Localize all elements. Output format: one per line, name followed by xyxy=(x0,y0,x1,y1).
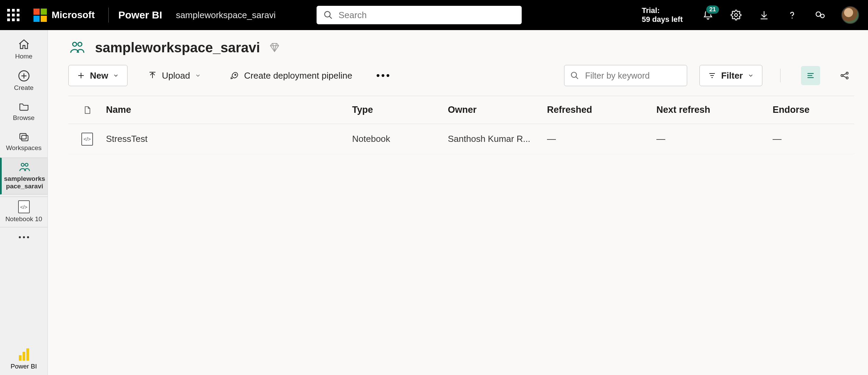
table-row[interactable]: </> StressTest Notebook Santhosh Kumar R… xyxy=(68,124,854,154)
nav-browse[interactable]: Browse xyxy=(0,98,48,126)
create-pipeline-button[interactable]: Create deployment pipeline xyxy=(222,65,361,86)
settings-button[interactable] xyxy=(729,8,743,22)
search-icon xyxy=(323,10,333,20)
workspaces-icon xyxy=(0,131,48,142)
feedback-button[interactable] xyxy=(813,8,827,22)
workspace-title: sampleworkspace_saravi xyxy=(95,40,260,55)
svg-point-16 xyxy=(27,236,29,238)
ellipsis-icon: ••• xyxy=(376,70,391,81)
nav-more[interactable] xyxy=(0,229,48,247)
nav-home[interactable]: Home xyxy=(0,35,48,64)
filter-keyword[interactable] xyxy=(564,65,687,86)
upload-icon xyxy=(148,71,157,80)
svg-rect-11 xyxy=(22,135,28,141)
workspace-toolbar: New Upload Create deployment pipeline ••… xyxy=(48,62,868,89)
col-endorse[interactable]: Endorse xyxy=(773,105,848,115)
new-button-label: New xyxy=(90,70,108,81)
top-utility-icons: 21 xyxy=(691,6,859,24)
svg-line-34 xyxy=(843,73,846,75)
svg-point-0 xyxy=(325,12,330,17)
svg-point-23 xyxy=(572,72,577,77)
filter-button[interactable]: Filter xyxy=(699,65,762,86)
svg-point-2 xyxy=(735,14,738,17)
app-name[interactable]: Power BI xyxy=(118,9,172,21)
help-button[interactable] xyxy=(785,8,799,22)
account-avatar[interactable] xyxy=(841,6,859,24)
top-bar: Microsoft Power BI sampleworkspace_sarav… xyxy=(0,0,868,30)
svg-point-4 xyxy=(816,12,820,16)
svg-line-35 xyxy=(843,76,846,78)
svg-rect-10 xyxy=(20,133,26,139)
svg-point-22 xyxy=(235,74,236,76)
svg-line-1 xyxy=(330,16,332,18)
col-type[interactable]: Type xyxy=(352,105,448,115)
toolbar-more-button[interactable]: ••• xyxy=(373,70,395,81)
filter-button-label: Filter xyxy=(721,70,743,81)
ellipsis-icon xyxy=(0,236,48,239)
waffle-icon xyxy=(7,9,19,21)
row-type-icon: </> xyxy=(68,133,106,146)
app-launcher-button[interactable] xyxy=(0,0,27,30)
chevron-down-icon xyxy=(195,72,201,79)
table-header-row: Name Type Owner Refreshed Next refresh E… xyxy=(68,96,854,124)
download-button[interactable] xyxy=(757,8,771,22)
list-view-button[interactable] xyxy=(801,66,820,85)
trial-status[interactable]: Trial: 59 days left xyxy=(642,6,687,24)
left-nav: Home Create Browse Workspaces samplework… xyxy=(0,30,48,375)
svg-point-12 xyxy=(21,163,24,166)
lineage-view-button[interactable] xyxy=(835,66,854,85)
trial-remaining: 59 days left xyxy=(642,15,683,24)
main-content: sampleworkspace_saravi New Upload Create… xyxy=(48,30,868,375)
microsoft-text: Microsoft xyxy=(52,10,95,21)
svg-point-17 xyxy=(73,42,77,46)
premium-diamond-icon[interactable] xyxy=(269,42,280,53)
search-icon xyxy=(570,71,579,80)
row-next-refresh: — xyxy=(656,134,773,144)
svg-point-15 xyxy=(23,236,25,238)
lineage-icon xyxy=(840,71,850,80)
nav-notebook-pinned[interactable]: </> Notebook 10 xyxy=(0,197,48,227)
notifications-button[interactable]: 21 xyxy=(701,8,715,22)
upload-button[interactable]: Upload xyxy=(140,65,209,86)
row-owner: Santhosh Kumar R... xyxy=(448,134,537,144)
svg-point-3 xyxy=(792,17,793,18)
home-icon xyxy=(0,38,48,51)
col-refreshed[interactable]: Refreshed xyxy=(547,105,656,115)
separator xyxy=(108,8,109,23)
nav-powerbi-home[interactable]: Power BI xyxy=(0,344,48,375)
chevron-down-icon xyxy=(113,72,119,79)
row-type: Notebook xyxy=(352,134,448,144)
notebook-icon: </> xyxy=(81,133,93,146)
filter-icon xyxy=(708,71,716,80)
svg-line-6 xyxy=(820,15,821,15)
new-button[interactable]: New xyxy=(68,65,128,86)
nav-create[interactable]: Create xyxy=(0,66,48,96)
notification-badge: 21 xyxy=(706,5,720,14)
powerbi-logo-icon xyxy=(19,348,29,361)
file-icon xyxy=(83,105,91,115)
rocket-icon xyxy=(230,71,239,80)
create-pipeline-label: Create deployment pipeline xyxy=(244,70,352,81)
content-table: Name Type Owner Refreshed Next refresh E… xyxy=(68,96,854,154)
col-name[interactable]: Name xyxy=(106,105,352,115)
svg-point-5 xyxy=(820,14,824,18)
col-type-icon[interactable] xyxy=(68,105,106,115)
chevron-down-icon xyxy=(748,72,754,79)
workspace-header: sampleworkspace_saravi xyxy=(48,30,868,62)
notebook-icon: </> xyxy=(0,200,48,213)
microsoft-logo-icon xyxy=(34,9,47,22)
col-owner[interactable]: Owner xyxy=(448,105,547,115)
plus-circle-icon xyxy=(0,70,48,82)
filter-keyword-input[interactable] xyxy=(564,65,687,86)
svg-line-24 xyxy=(576,77,578,79)
global-search[interactable] xyxy=(317,6,522,24)
col-next-refresh[interactable]: Next refresh xyxy=(656,105,773,115)
nav-current-workspace[interactable]: sampleworkspace_saravi xyxy=(0,158,48,195)
svg-point-14 xyxy=(19,236,21,238)
breadcrumb[interactable]: sampleworkspace_saravi xyxy=(175,10,276,21)
workspace-people-icon xyxy=(68,40,86,55)
nav-workspaces[interactable]: Workspaces xyxy=(0,128,48,156)
row-name[interactable]: StressTest xyxy=(106,134,352,144)
search-input[interactable] xyxy=(317,6,522,24)
row-refreshed: — xyxy=(547,134,656,144)
